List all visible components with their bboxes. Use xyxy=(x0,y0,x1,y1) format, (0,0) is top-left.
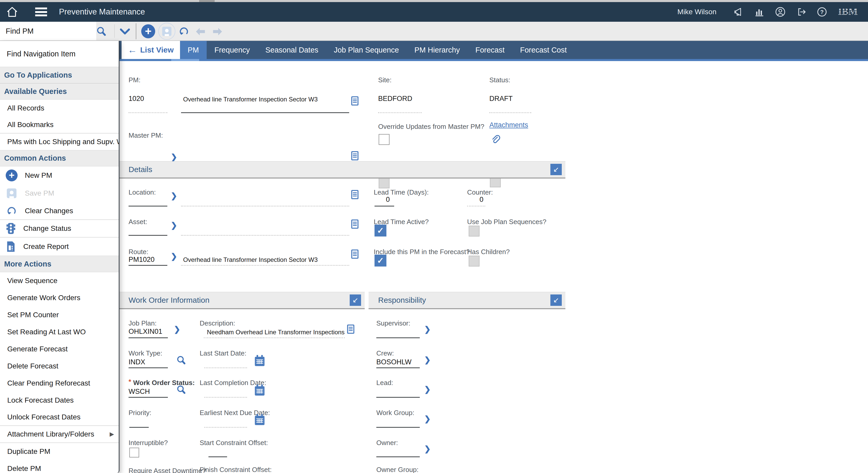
include-forecast-label: Include this PM in the Forecast? xyxy=(374,248,470,256)
location-detail-menu-icon[interactable]: ❯ xyxy=(171,192,177,200)
find-pm-input[interactable] xyxy=(0,22,96,40)
supervisor-detail-menu-icon[interactable]: ❯ xyxy=(424,326,431,333)
master-pm-detail-menu-icon[interactable]: ❯ xyxy=(171,153,177,161)
tab-pm[interactable]: PM xyxy=(180,41,207,59)
pm-value[interactable]: 1020 xyxy=(128,95,144,103)
user-name[interactable]: Mike Wilson xyxy=(677,8,716,16)
collapse-icon[interactable]: ↙ xyxy=(550,164,562,175)
tab-forecast-cost[interactable]: Forecast Cost xyxy=(513,41,575,59)
previous-record-icon xyxy=(194,27,207,36)
sidebar-header-available-queries[interactable]: Available Queries xyxy=(0,83,119,99)
tab-frequency[interactable]: Frequency xyxy=(207,41,258,59)
owner-detail-menu-icon[interactable]: ❯ xyxy=(424,445,431,453)
sidebar-item-all-records[interactable]: All Records xyxy=(0,99,119,116)
attachments-link[interactable]: Attachments xyxy=(489,121,528,129)
paperclip-icon[interactable] xyxy=(490,134,501,144)
pm-label: PM: xyxy=(128,76,141,84)
lead-input[interactable] xyxy=(376,397,420,398)
interruptible-checkbox[interactable] xyxy=(129,448,139,457)
home-icon[interactable] xyxy=(6,6,18,18)
asset-detail-menu-icon[interactable]: ❯ xyxy=(171,221,177,229)
check-icon: ✓ xyxy=(377,256,384,265)
sidebar-item-new-pm[interactable]: + New PM xyxy=(0,167,119,184)
menu-icon[interactable] xyxy=(35,7,47,16)
profile-icon[interactable] xyxy=(775,6,786,17)
logout-icon[interactable] xyxy=(796,7,806,17)
long-description-icon[interactable] xyxy=(351,96,359,106)
description-value[interactable]: Needham Overhead Line Transformer Inspec… xyxy=(207,329,344,336)
override-updates-label: Override Updates from Master PM? xyxy=(378,123,484,131)
route-detail-menu-icon[interactable]: ❯ xyxy=(171,253,177,260)
back-to-list-view[interactable]: ← List View xyxy=(122,41,180,59)
sidebar-item-delete-pm[interactable]: Delete PM xyxy=(0,460,119,473)
crew-value[interactable]: BOSOHLW xyxy=(376,358,411,366)
tab-forecast[interactable]: Forecast xyxy=(468,41,513,59)
help-icon[interactable]: ? xyxy=(817,7,827,17)
owner-input[interactable] xyxy=(376,456,420,457)
start-constraint-offset-input[interactable] xyxy=(209,456,227,457)
long-description-icon[interactable] xyxy=(351,249,359,259)
collapse-icon[interactable]: ↙ xyxy=(550,294,562,306)
work-type-label: Work Type: xyxy=(128,349,162,357)
sidebar-item-pms-with-loc[interactable]: PMs with Loc Shipping and Supv. Win... xyxy=(0,134,119,150)
tab-pm-hierarchy[interactable]: PM Hierarchy xyxy=(407,41,468,59)
long-description-icon[interactable] xyxy=(351,190,359,199)
lead-time-active-checkbox[interactable]: ✓ xyxy=(374,225,386,237)
sidebar-item-generate-work-orders[interactable]: Generate Work Orders xyxy=(0,289,119,306)
sidebar-item-duplicate-pm[interactable]: Duplicate PM xyxy=(0,443,119,460)
long-description-icon[interactable] xyxy=(351,151,359,160)
tab-job-plan-sequence[interactable]: Job Plan Sequence xyxy=(326,41,407,59)
work-group-input[interactable] xyxy=(376,427,420,428)
reports-chart-icon[interactable] xyxy=(754,7,765,17)
search-icon[interactable] xyxy=(96,26,107,37)
job-plan-detail-menu-icon[interactable]: ❯ xyxy=(174,326,180,333)
route-underline xyxy=(128,265,167,266)
work-order-status-lookup-icon[interactable] xyxy=(176,385,187,395)
sidebar-item-set-pm-counter[interactable]: Set PM Counter xyxy=(0,306,119,323)
calendar-icon[interactable] xyxy=(254,355,265,366)
tab-seasonal-dates[interactable]: Seasonal Dates xyxy=(258,41,326,59)
clear-changes-icon[interactable] xyxy=(178,25,190,37)
sidebar-item-change-status[interactable]: Change Status xyxy=(0,220,119,238)
supervisor-label: Supervisor: xyxy=(376,319,410,327)
sidebar-item-clear-changes[interactable]: Clear Changes xyxy=(0,202,119,220)
calendar-icon[interactable] xyxy=(254,385,265,396)
priority-input[interactable] xyxy=(129,427,149,428)
sidebar-item-all-bookmarks[interactable]: All Bookmarks xyxy=(0,116,119,134)
job-plan-value[interactable]: OHLXIN01 xyxy=(128,328,162,335)
crew-detail-menu-icon[interactable]: ❯ xyxy=(424,356,431,364)
sidebar-header-go-to-applications[interactable]: Go To Applications xyxy=(0,67,119,83)
override-updates-checkbox[interactable] xyxy=(379,134,390,145)
work-group-detail-menu-icon[interactable]: ❯ xyxy=(424,415,431,423)
supervisor-input[interactable] xyxy=(376,337,420,338)
sidebar-item-create-report[interactable]: Create Report xyxy=(0,238,119,256)
sidebar-item-lock-forecast-dates[interactable]: Lock Forecast Dates xyxy=(0,392,119,409)
announcement-icon[interactable] xyxy=(734,7,744,17)
sidebar-item-view-sequence[interactable]: View Sequence xyxy=(0,272,119,289)
chevron-down-icon[interactable] xyxy=(120,28,130,35)
collapse-icon[interactable]: ↙ xyxy=(350,294,361,306)
location-input[interactable] xyxy=(128,206,167,206)
long-description-icon[interactable] xyxy=(347,324,354,334)
scrollbar-handle[interactable] xyxy=(199,0,215,2)
sidebar-item-clear-pending-reforecast[interactable]: Clear Pending Reforecast xyxy=(0,375,119,392)
sidebar-item-delete-forecast[interactable]: Delete Forecast xyxy=(0,358,119,375)
sidebar-item-set-reading-at-last-wo[interactable]: Set Reading At Last WO xyxy=(0,323,119,341)
calendar-icon[interactable] xyxy=(254,414,265,425)
find-navigation-input[interactable] xyxy=(6,50,111,58)
include-forecast-checkbox[interactable]: ✓ xyxy=(374,255,386,267)
sidebar-item-generate-forecast[interactable]: Generate Forecast xyxy=(0,341,119,358)
sidebar-item-attachment-library[interactable]: Attachment Library/Folders ▶ xyxy=(0,426,119,443)
asset-input[interactable] xyxy=(128,235,167,236)
work-type-value[interactable]: INDX xyxy=(128,358,145,366)
work-type-lookup-icon[interactable] xyxy=(176,355,187,366)
work-order-status-value[interactable]: WSCH xyxy=(128,388,150,396)
lead-detail-menu-icon[interactable]: ❯ xyxy=(424,386,431,393)
route-value[interactable]: PM1020 xyxy=(128,256,155,264)
lead-time-value[interactable]: 0 xyxy=(386,196,390,204)
long-description-icon[interactable] xyxy=(351,219,359,229)
new-record-button[interactable]: + xyxy=(141,24,155,38)
pm-description-value[interactable]: Overhead line Transformer Inspection Sec… xyxy=(183,96,318,103)
sidebar-item-unlock-forecast-dates[interactable]: Unlock Forecast Dates xyxy=(0,409,119,426)
route-label: Route: xyxy=(128,248,149,256)
